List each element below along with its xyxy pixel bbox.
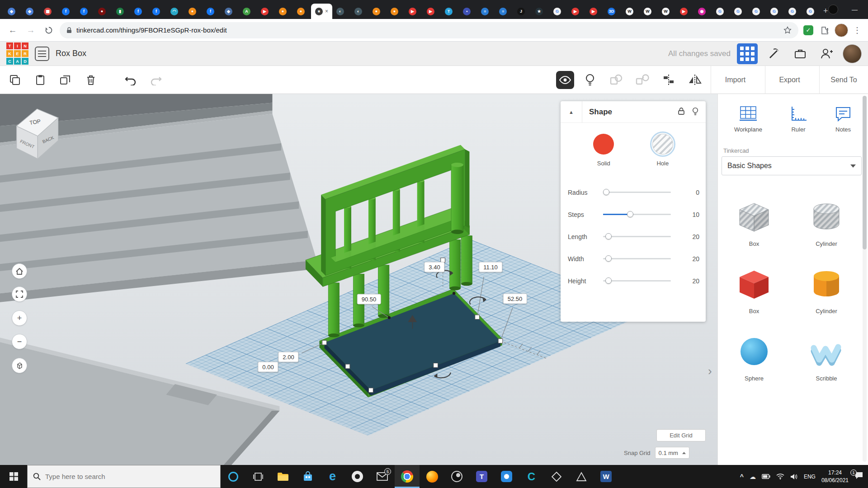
- fit-view-button[interactable]: [12, 286, 27, 302]
- action-center-button[interactable]: 1: [854, 471, 863, 482]
- snap-grid-select[interactable]: 0.1 mm: [655, 447, 689, 459]
- delete-button[interactable]: [80, 70, 101, 90]
- browser-tab[interactable]: T: [441, 4, 459, 19]
- browser-profile-avatar[interactable]: [835, 23, 848, 37]
- browser-tab[interactable]: ●: [184, 4, 203, 19]
- import-button[interactable]: Import: [711, 66, 760, 94]
- browser-tab[interactable]: A: [239, 4, 257, 19]
- github-button[interactable]: [345, 465, 370, 488]
- browser-tab[interactable]: ●: [387, 4, 405, 19]
- undo-button[interactable]: [120, 70, 141, 90]
- browser-tab[interactable]: ▮: [112, 4, 130, 19]
- slider-track[interactable]: [603, 280, 671, 282]
- dimension-field[interactable]: 3.40: [424, 262, 444, 272]
- browser-tab[interactable]: ◉: [694, 4, 712, 19]
- browser-tab[interactable]: G: [730, 4, 748, 19]
- titlebar-app-icon[interactable]: [828, 5, 838, 14]
- slider-value[interactable]: 20: [679, 277, 699, 285]
- browser-tab[interactable]: f: [76, 4, 94, 19]
- camera-app-button[interactable]: [494, 465, 519, 488]
- edit-grid-button[interactable]: Edit Grid: [656, 429, 706, 441]
- extensions-puzzle-icon[interactable]: [818, 24, 831, 37]
- home-view-button[interactable]: [12, 263, 27, 279]
- browser-tab[interactable]: ▶: [405, 4, 423, 19]
- hide-shape-icon[interactable]: [692, 107, 698, 117]
- browser-tab[interactable]: ●: [293, 4, 311, 19]
- slider-value[interactable]: 0: [679, 189, 699, 196]
- browser-tab[interactable]: 3D: [604, 4, 622, 19]
- word-button[interactable]: W: [594, 465, 618, 488]
- browser-tab[interactable]: ●: [275, 4, 293, 19]
- browser-tab[interactable]: f: [130, 4, 148, 19]
- slider-knob[interactable]: [605, 277, 612, 284]
- firefox-button[interactable]: [420, 465, 444, 488]
- browser-tab[interactable]: ★: [531, 4, 549, 19]
- language-indicator[interactable]: ENG: [804, 474, 816, 480]
- shape-cylinder-hole[interactable]: Cylinder: [806, 196, 847, 247]
- maximize-button[interactable]: □: [865, 0, 868, 19]
- group-button[interactable]: [606, 70, 627, 90]
- dimension-field[interactable]: 2.00: [278, 352, 298, 362]
- task-view-button[interactable]: [245, 465, 270, 488]
- dimension-field[interactable]: 0.00: [258, 362, 278, 372]
- browser-tab[interactable]: G: [712, 4, 730, 19]
- blocks-view-button[interactable]: [737, 43, 758, 64]
- unity-button[interactable]: [544, 465, 569, 488]
- volume-icon[interactable]: [790, 474, 798, 480]
- browser-tab[interactable]: G: [748, 4, 766, 19]
- extension-shield-icon[interactable]: ✓: [802, 24, 815, 37]
- hidden-icons-chevron[interactable]: ^: [740, 473, 744, 480]
- minimize-button[interactable]: —: [844, 0, 865, 19]
- send-to-button[interactable]: Send To: [819, 66, 868, 94]
- hole-material-option[interactable]: Hole: [652, 134, 673, 167]
- clock[interactable]: 17:24 08/06/2021: [821, 469, 849, 483]
- browser-tab[interactable]: f: [58, 4, 76, 19]
- shape-library-select[interactable]: Basic Shapes: [722, 156, 862, 175]
- shape-box-solid[interactable]: Box: [733, 263, 775, 314]
- browser-tab[interactable]: ◆: [22, 4, 40, 19]
- paste-button[interactable]: [30, 70, 51, 90]
- workplane-tool[interactable]: Workplane: [734, 106, 762, 133]
- shape-box-hole[interactable]: Box: [733, 196, 775, 247]
- shape-cylinder-solid[interactable]: Cylinder: [806, 263, 847, 314]
- add-user-icon[interactable]: [816, 44, 836, 64]
- slider-value[interactable]: 20: [679, 255, 699, 263]
- mail-button[interactable]: 5: [370, 465, 395, 488]
- duplicate-button[interactable]: [55, 70, 76, 90]
- address-bar[interactable]: tinkercad.com/things/9FBOR1eSGpR-rox-box…: [60, 22, 798, 38]
- perspective-toggle-button[interactable]: [12, 358, 27, 373]
- browser-tab[interactable]: ≡: [495, 4, 513, 19]
- slider-knob[interactable]: [603, 189, 609, 195]
- slider-track[interactable]: [603, 192, 671, 193]
- browser-tab[interactable]: ◠: [166, 4, 184, 19]
- tab-close-icon[interactable]: ×: [325, 8, 328, 14]
- browser-tab[interactable]: G: [784, 4, 802, 19]
- tinkercad-logo[interactable]: TINKERCAD: [6, 42, 28, 65]
- browser-tab[interactable]: ●: [368, 4, 387, 19]
- lock-shape-icon[interactable]: [678, 107, 685, 117]
- edge-button[interactable]: e: [320, 465, 345, 488]
- obs-button[interactable]: [444, 465, 469, 488]
- briefcase-icon[interactable]: [790, 44, 810, 64]
- taskbar-search[interactable]: [27, 465, 221, 488]
- browser-tab[interactable]: f: [203, 4, 221, 19]
- show-all-button[interactable]: [556, 71, 574, 89]
- zoom-out-button[interactable]: −: [12, 334, 27, 349]
- sidebar-scrollbar[interactable]: [863, 96, 867, 462]
- zoom-in-button[interactable]: +: [12, 310, 27, 326]
- shape-sphere[interactable]: Sphere: [733, 331, 775, 382]
- scrollbar-thumb[interactable]: [863, 96, 867, 249]
- slider-track[interactable]: [603, 236, 671, 237]
- browser-tab[interactable]: ▶: [423, 4, 441, 19]
- browser-tab[interactable]: ▶: [676, 4, 694, 19]
- light-mode-button[interactable]: [580, 70, 600, 90]
- browser-tab[interactable]: W: [640, 4, 658, 19]
- chrome-button[interactable]: [395, 465, 420, 488]
- browser-tab[interactable]: ◈: [221, 4, 239, 19]
- user-avatar[interactable]: [843, 44, 862, 63]
- ruler-tool[interactable]: Ruler: [789, 106, 807, 133]
- microsoft-store-button[interactable]: [295, 465, 320, 488]
- browser-tab[interactable]: G: [802, 4, 821, 19]
- browser-tab[interactable]: ▶: [257, 4, 275, 19]
- slider-value[interactable]: 20: [679, 233, 699, 240]
